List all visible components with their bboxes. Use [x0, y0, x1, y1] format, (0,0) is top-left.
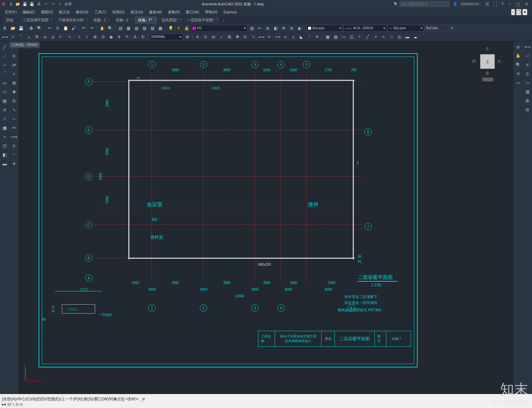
dim-rad-icon[interactable]: R [33, 33, 41, 41]
hatch-icon[interactable]: ▨ [332, 33, 339, 41]
dim-linear-icon[interactable]: ⟷ [1, 33, 9, 41]
bylayer-color-combo[interactable]: ByLayer▾ [306, 25, 343, 32]
r2-area-icon[interactable]: ▱ [523, 52, 531, 60]
fillet-icon[interactable]: ◜ [306, 33, 313, 41]
rib-redo2-icon[interactable]: ↷ [88, 25, 95, 32]
layer-prev-icon[interactable]: ↩ [256, 25, 263, 32]
command-window[interactable]: [全部(A)/中心(C)/动态(D)/范围(E)/上一个(P)/比例(S)/窗口… [0, 394, 532, 408]
doc-restore-button[interactable]: ❐ [516, 9, 521, 15]
move-icon[interactable]: ✥ [234, 33, 241, 41]
dim-break-icon[interactable]: ⫽ [83, 33, 91, 41]
jog-icon[interactable]: ↯ [115, 33, 123, 41]
qat-undo-icon[interactable]: ↶ [43, 1, 49, 7]
xline-icon[interactable]: ╱ [364, 33, 371, 41]
rib-pan-icon[interactable]: ✋ [98, 25, 106, 32]
tbl-icon[interactable]: ▦ [324, 33, 331, 41]
help-icon[interactable]: ? [499, 0, 506, 8]
mtext-icon[interactable]: A [1, 115, 9, 123]
point-icon[interactable]: • [356, 33, 363, 41]
nav-wheel-icon[interactable]: ◎ [514, 43, 522, 51]
lineweight-combo[interactable]: —ByLayer▾ [387, 25, 424, 32]
dim-edit-icon[interactable]: ✎ [123, 33, 131, 41]
menu-file[interactable]: 文件(F) [2, 9, 19, 15]
dim-update-icon[interactable]: ↻ [139, 33, 147, 41]
spline-icon[interactable]: ∿ [380, 33, 387, 41]
inspection-icon[interactable]: ◉ [107, 33, 115, 41]
qat-plot-icon[interactable]: 🖶 [36, 1, 42, 7]
scale-icon[interactable]: ⤡ [250, 33, 257, 41]
menu-parametric[interactable]: 参数(P) [165, 9, 183, 15]
layer-sun-icon[interactable]: ☀ [175, 25, 182, 32]
qat-redo-icon[interactable]: ↷ [50, 1, 56, 7]
rib-props-icon[interactable]: ▤ [117, 25, 124, 32]
r2-hatch-icon[interactable]: ▨ [523, 88, 531, 96]
donut-icon[interactable]: ◎ [396, 33, 403, 41]
line-icon[interactable]: ╱ [1, 43, 9, 51]
menu-draw[interactable]: 绘图(D) [110, 9, 127, 15]
rib-dc-icon[interactable]: ▦ [125, 25, 132, 32]
r2-id-icon[interactable]: ⊙ [523, 70, 531, 78]
r2-ungroup-icon[interactable]: ⊟ [523, 106, 531, 114]
tab-file-5[interactable]: 设施 - 7*× [134, 16, 158, 24]
copy2-icon[interactable]: ⎘ [202, 33, 209, 41]
m-array-icon[interactable]: ⊞ [10, 79, 18, 87]
wcs-label[interactable]: WCS [482, 77, 493, 81]
ellipse2-icon[interactable]: ⬭ [388, 33, 395, 41]
qat-saveas-icon[interactable]: 💾 [29, 1, 35, 7]
wipeout-icon[interactable]: ▬ [404, 33, 411, 41]
qat-share-icon[interactable]: ↗ [57, 1, 63, 7]
trim-icon[interactable]: ✂ [266, 33, 273, 41]
rib-mark-icon[interactable]: ▨ [149, 25, 156, 32]
pline-icon[interactable]: ⟋ [1, 52, 9, 60]
tab-file-1[interactable]: 二层空调平面图× [19, 16, 54, 24]
maximize-button[interactable]: ▢ [514, 1, 522, 7]
r2-list-icon[interactable]: ≡ [523, 61, 531, 69]
cart-icon[interactable]: 🛒 [484, 0, 491, 8]
dim-dia-icon[interactable]: ⌀ [41, 33, 49, 41]
layer-lock-icon[interactable]: 🔓 [183, 25, 190, 32]
rib-paste-icon[interactable]: 📋 [62, 25, 69, 32]
rotate-icon[interactable]: ↻ [242, 33, 249, 41]
close-button[interactable]: ✕ [523, 1, 530, 7]
view-cube[interactable]: 北 西 东 南 上 WCS [471, 45, 504, 78]
tbl2-icon[interactable]: ▦ [1, 124, 9, 132]
dimstyle-mgr-icon[interactable]: ⚙ [184, 33, 191, 41]
linetype-combo[interactable]: ——ACA...02W10▾ [343, 25, 387, 32]
dim-aligned-icon[interactable]: ⤢ [9, 33, 17, 41]
layer-manager-icon[interactable]: ▤ [248, 25, 255, 32]
m-extend-icon[interactable]: ⟿ [10, 133, 18, 141]
nav-show-icon[interactable]: ▭ [514, 79, 522, 87]
drawing-canvas[interactable]: 1 3000 2 3000 3 1500 4 1500 5 2750 250 F… [19, 42, 513, 394]
viewport-label[interactable]: [-][俯视][二维线框] [9, 42, 40, 48]
rect-icon[interactable]: ▭ [1, 79, 9, 87]
m-stretch-icon[interactable]: ↔ [10, 115, 18, 123]
tab-file-7[interactable]: 一层回风平面图*× [183, 16, 220, 24]
revcloud-icon[interactable]: ☁ [412, 33, 419, 41]
rib-copy-icon[interactable]: ⎘ [54, 25, 61, 32]
tolerance-icon[interactable]: ⊕ [91, 33, 99, 41]
erase-icon[interactable]: ✕ [194, 33, 201, 41]
apps-icon[interactable]: ⛶ [491, 0, 499, 8]
rib-open-icon[interactable]: 📂 [9, 25, 17, 32]
nav-zoom-icon[interactable]: 🔍 [514, 61, 522, 69]
qat-save-icon[interactable]: 💾 [22, 1, 28, 7]
explode-icon[interactable]: ✶ [314, 33, 321, 41]
help-search-input[interactable] [400, 1, 450, 7]
tab-file-4[interactable]: 设施 - 2× [112, 16, 134, 24]
rib-tp-icon[interactable]: ▥ [133, 25, 140, 32]
user-icon[interactable]: 👤 [453, 2, 458, 6]
dim-arc-icon[interactable]: ⌒ [17, 33, 25, 41]
menu-help[interactable]: 帮助(H) [202, 9, 220, 15]
tab-file-3[interactable]: 设施 - 1× [89, 16, 112, 24]
region-icon[interactable]: ▭ [340, 33, 347, 41]
qat-new-icon[interactable]: 🗎 [8, 1, 14, 7]
ray-icon[interactable]: ↗ [372, 33, 379, 41]
join-icon[interactable]: ⎌ [290, 33, 297, 41]
tab-start[interactable]: 开始 [2, 16, 19, 24]
text-icon[interactable]: A [1, 106, 9, 114]
nav-pan-icon[interactable]: ✋ [514, 52, 522, 60]
rib-cut-icon[interactable]: ✂ [46, 25, 53, 32]
layer-bulb-icon[interactable]: 💡 [167, 25, 174, 32]
share-label[interactable]: 共享 [65, 2, 72, 7]
menu-window[interactable]: 窗口(W) [183, 9, 202, 15]
